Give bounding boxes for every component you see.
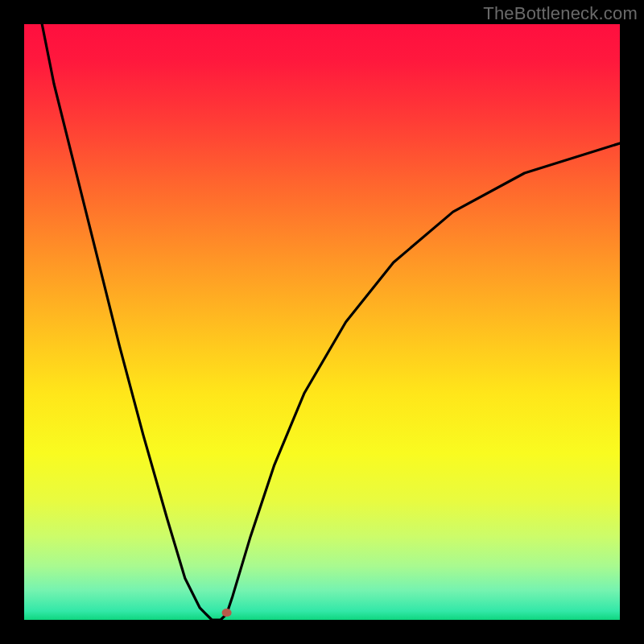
plot-area [24, 24, 620, 620]
watermark-text: TheBottleneck.com [483, 3, 638, 24]
outer-frame: TheBottleneck.com [0, 0, 644, 644]
optimal-point-marker [222, 609, 232, 617]
bottleneck-chart [24, 24, 620, 620]
